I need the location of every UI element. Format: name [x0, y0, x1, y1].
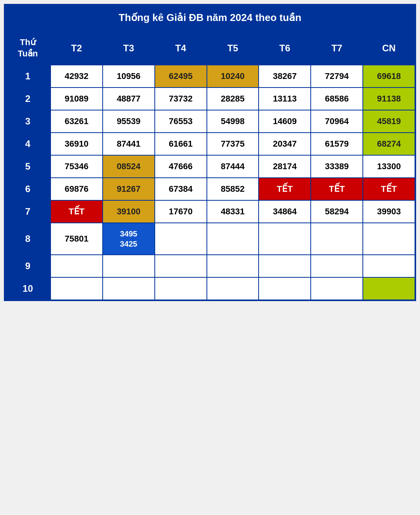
cell-t6: 34864 [259, 200, 311, 223]
cell-t5: 48331 [207, 200, 259, 223]
cell-t2: 75346 [51, 155, 103, 178]
table-row: 7TẾT391001767048331348645829439903 [5, 200, 415, 223]
header-t2: T2 [51, 31, 103, 65]
cell-t7: 58294 [311, 200, 363, 223]
cell-t2 [51, 277, 103, 300]
week-number: 2 [5, 88, 51, 110]
cell-t6 [259, 277, 311, 300]
cell-t6: 14609 [259, 110, 311, 133]
cell-t7: 72794 [311, 65, 363, 88]
week-number: 6 [5, 178, 51, 200]
main-container: Thống kê Giải ĐB năm 2024 theo tuần ThứT… [4, 4, 416, 301]
cell-t5: 54998 [207, 110, 259, 133]
cell-t7: 68586 [311, 88, 363, 110]
cell-t4 [155, 255, 207, 277]
cell-t6: 28174 [259, 155, 311, 178]
cell-t2: TẾT [51, 200, 103, 223]
cell-t7: 70964 [311, 110, 363, 133]
cell-t5: 85852 [207, 178, 259, 200]
cell-t3 [103, 255, 155, 277]
cell-t4: 62495 [155, 65, 207, 88]
cell-t3: 87441 [103, 133, 155, 155]
cell-cn: 69618 [363, 65, 415, 88]
cell-t2: 63261 [51, 110, 103, 133]
cell-t4: 67384 [155, 178, 207, 200]
table-row: 669876912676738485852TẾTTẾTTẾT [5, 178, 415, 200]
week-number: 3 [5, 110, 51, 133]
header-t3: T3 [103, 31, 155, 65]
header-t5: T5 [207, 31, 259, 65]
cell-t2 [51, 255, 103, 277]
cell-t4: 73732 [155, 88, 207, 110]
cell-cn: 91138 [363, 88, 415, 110]
table-row: 436910874416166177375203476157968274 [5, 133, 415, 155]
cell-t4 [155, 277, 207, 300]
cell-t2: 75801 [51, 223, 103, 255]
week-number: 5 [5, 155, 51, 178]
cell-cn: 68274 [363, 133, 415, 155]
table-row: 363261955397655354998146097096445819 [5, 110, 415, 133]
week-number: 1 [5, 65, 51, 88]
cell-t6: 20347 [259, 133, 311, 155]
cell-t2: 91089 [51, 88, 103, 110]
cell-t3: 34953425 [103, 223, 155, 255]
table-row: 9 [5, 255, 415, 277]
table-row: 291089488777373228285131136858691138 [5, 88, 415, 110]
header-t4: T4 [155, 31, 207, 65]
cell-t3: 08524 [103, 155, 155, 178]
cell-t3: 48877 [103, 88, 155, 110]
table-row: 142932109566249510240382677279469618 [5, 65, 415, 88]
cell-t6 [259, 223, 311, 255]
cell-t4: 47666 [155, 155, 207, 178]
cell-t7 [311, 223, 363, 255]
cell-t3: 95539 [103, 110, 155, 133]
header-t6: T6 [259, 31, 311, 65]
table-row: 575346085244766687444281743338913300 [5, 155, 415, 178]
week-number: 8 [5, 223, 51, 255]
cell-t6: TẾT [259, 178, 311, 200]
cell-t4 [155, 223, 207, 255]
cell-t6: 38267 [259, 65, 311, 88]
page-title: Thống kê Giải ĐB năm 2024 theo tuần [5, 5, 415, 31]
cell-t3: 39100 [103, 200, 155, 223]
header-cn: CN [363, 31, 415, 65]
week-number: 4 [5, 133, 51, 155]
cell-t2: 69876 [51, 178, 103, 200]
cell-cn [363, 277, 415, 300]
cell-t3 [103, 277, 155, 300]
cell-cn: 39903 [363, 200, 415, 223]
table-header-row: ThứTuần T2 T3 T4 T5 T6 T7 CN [5, 31, 415, 65]
cell-t5 [207, 277, 259, 300]
cell-t4: 76553 [155, 110, 207, 133]
table-body: 1429321095662495102403826772794696182910… [5, 65, 415, 300]
cell-t3: 91267 [103, 178, 155, 200]
week-number: 10 [5, 277, 51, 300]
cell-t7: TẾT [311, 178, 363, 200]
cell-t7 [311, 277, 363, 300]
cell-cn: TẾT [363, 178, 415, 200]
cell-t3: 10956 [103, 65, 155, 88]
header-week: ThứTuần [5, 31, 51, 65]
cell-t5 [207, 255, 259, 277]
cell-t5: 10240 [207, 65, 259, 88]
cell-t5: 87444 [207, 155, 259, 178]
cell-t4: 17670 [155, 200, 207, 223]
cell-t6: 13113 [259, 88, 311, 110]
cell-t2: 36910 [51, 133, 103, 155]
cell-cn: 45819 [363, 110, 415, 133]
week-number: 9 [5, 255, 51, 277]
cell-t2: 42932 [51, 65, 103, 88]
cell-t7: 61579 [311, 133, 363, 155]
cell-t7: 33389 [311, 155, 363, 178]
week-number: 7 [5, 200, 51, 223]
cell-t5 [207, 223, 259, 255]
table-row: 87580134953425 [5, 223, 415, 255]
stats-table: ThứTuần T2 T3 T4 T5 T6 T7 CN 14293210956… [5, 31, 415, 300]
cell-t5: 28285 [207, 88, 259, 110]
cell-cn [363, 223, 415, 255]
cell-t5: 77375 [207, 133, 259, 155]
table-row: 10 [5, 277, 415, 300]
cell-cn: 13300 [363, 155, 415, 178]
header-t7: T7 [311, 31, 363, 65]
cell-cn [363, 255, 415, 277]
